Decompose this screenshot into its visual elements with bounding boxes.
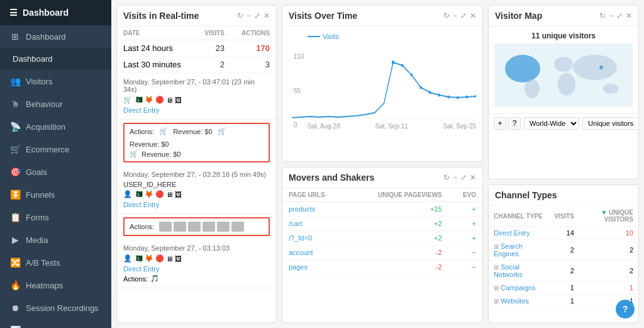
refresh-icon[interactable]: ↻ bbox=[237, 11, 243, 20]
close-icon-3[interactable]: ✕ bbox=[470, 173, 476, 182]
close-icon-2[interactable]: ✕ bbox=[470, 11, 476, 20]
sidebar-item-ecommerce[interactable]: 🛒 Ecommerce bbox=[0, 138, 111, 161]
stats-table: DATE VISITS ACTIONS Last 24 hours 23 170… bbox=[117, 26, 276, 73]
expand-icon-3[interactable]: ⤢ bbox=[460, 173, 467, 182]
channel-name[interactable]: Campaigns bbox=[501, 284, 536, 291]
x-label-3: Sat, Sep 25 bbox=[443, 123, 476, 130]
sidebar-header: ☰ Dashboard bbox=[0, 0, 111, 25]
channel-name[interactable]: Websites bbox=[501, 297, 529, 305]
firefox-icon: 🦊 bbox=[145, 96, 153, 104]
visits-cell: 1 bbox=[549, 295, 579, 308]
zoom-in-btn[interactable]: + bbox=[494, 117, 506, 130]
sidebar-item-acquisition[interactable]: 📡 Acquisition bbox=[0, 115, 111, 138]
chart-container: Visits 110 55 0 bbox=[282, 26, 482, 127]
ecommerce-icon: 🛒 bbox=[9, 144, 21, 154]
col-evo: EVO bbox=[448, 188, 482, 202]
sidebar-item-behaviour[interactable]: 🖱 Behaviour bbox=[0, 93, 111, 115]
chart-x-labels: Sat, Aug 28 Sat, Sep 11 Sat, Sep 25 bbox=[308, 121, 476, 130]
right-panel: Visitor Map ↻ − ⤢ ✕ 11 unique visitors bbox=[488, 5, 639, 323]
revenue-1: Revenue: $0 bbox=[173, 128, 212, 135]
world-dropdown[interactable]: World-Wide bbox=[524, 117, 579, 130]
sidebar-item-abtests[interactable]: 🔀 A/B Tests bbox=[0, 251, 111, 274]
table-row: account -2 − bbox=[282, 245, 482, 259]
heatmaps-icon: 🔥 bbox=[9, 280, 21, 290]
chart-dot bbox=[438, 94, 441, 97]
sidebar-item-dashboard-sub[interactable]: Dashboard bbox=[0, 48, 111, 70]
cart-icon: 🛒 bbox=[159, 127, 168, 135]
visit-source[interactable]: Direct Entry bbox=[123, 106, 270, 114]
legend-line bbox=[308, 36, 320, 37]
x-label-1: Sat, Aug 28 bbox=[308, 123, 340, 130]
minimize-icon[interactable]: − bbox=[247, 11, 251, 20]
page-url[interactable]: account bbox=[289, 249, 313, 256]
chart-legend: Visits bbox=[308, 33, 476, 40]
col-unique-pageviews: UNIQUE PAGEVIEWS bbox=[347, 188, 448, 202]
visits-over-time-title: Visits Over Time bbox=[289, 11, 357, 21]
sidebar-item-session-recordings[interactable]: ⏺ Session Recordings bbox=[0, 297, 111, 319]
refresh-icon-4[interactable]: ↻ bbox=[599, 11, 606, 20]
sidebar-item-media[interactable]: ▶ Media bbox=[0, 229, 111, 251]
menu-icon[interactable]: ☰ bbox=[9, 8, 18, 18]
visit-user: USER_ID_HERE bbox=[123, 181, 270, 188]
visit-icons: 🛒 🇵🇰 🦊 🔴 🖥 🖼 bbox=[123, 96, 270, 104]
sidebar-item-label: Session Recordings bbox=[26, 303, 99, 313]
evo-cell: + bbox=[448, 230, 482, 245]
sidebar-item-forms[interactable]: 📋 Forms bbox=[0, 206, 111, 229]
refresh-icon-3[interactable]: ↻ bbox=[443, 173, 450, 182]
expand-btn[interactable]: ⊞ bbox=[494, 243, 499, 250]
visit-source-3[interactable]: Direct Entry bbox=[123, 265, 270, 273]
y-label-0: 0 bbox=[294, 122, 304, 128]
unique-cell: 2 bbox=[579, 261, 638, 281]
minimize-icon-3[interactable]: − bbox=[453, 173, 457, 182]
sidebar-item-dashboard[interactable]: ⊞ Dashboard bbox=[0, 25, 111, 48]
visit-row-3: Monday, September 27, - 03:13:03 👤 🇵🇰 🦊 … bbox=[117, 239, 276, 288]
minimize-icon-2[interactable]: − bbox=[453, 11, 457, 20]
close-icon[interactable]: ✕ bbox=[264, 11, 270, 20]
visits-cell: 14 bbox=[549, 227, 579, 240]
page-url[interactable]: pages bbox=[289, 263, 308, 271]
help-button[interactable]: ? bbox=[616, 300, 635, 319]
user-icon: 👤 bbox=[123, 190, 132, 198]
zoom-out-btn[interactable]: ? bbox=[508, 117, 521, 130]
sidebar-item-visitors[interactable]: 👥 Visitors bbox=[0, 70, 111, 93]
table-row: ⊞Search Engines 2 2 bbox=[489, 240, 638, 261]
session-recordings-icon: ⏺ bbox=[9, 303, 21, 313]
unique-cell: 10 bbox=[579, 227, 638, 240]
chart-dot bbox=[466, 96, 469, 99]
firefox-icon: 🦊 bbox=[145, 190, 153, 198]
expand-btn[interactable]: ⊞ bbox=[494, 298, 499, 305]
page-url[interactable]: /cart bbox=[289, 220, 302, 227]
folder-icons bbox=[159, 222, 244, 232]
sidebar-item-heatmaps[interactable]: 🔥 Heatmaps bbox=[0, 274, 111, 297]
folder-4 bbox=[203, 222, 215, 232]
sidebar-item-goals[interactable]: 🎯 Goals bbox=[0, 161, 111, 183]
visit-source-2[interactable]: Direct Entry bbox=[123, 201, 270, 208]
page-url[interactable]: /?_fd=0 bbox=[289, 234, 312, 242]
minimize-icon-4[interactable]: − bbox=[609, 11, 613, 20]
expand-icon-2[interactable]: ⤢ bbox=[460, 11, 467, 20]
cart-icon: 🛒 bbox=[123, 96, 132, 104]
expand-icon-4[interactable]: ⤢ bbox=[616, 11, 623, 20]
expand-btn[interactable]: ⊞ bbox=[494, 285, 499, 291]
date-cell: Last 30 minutes bbox=[117, 57, 195, 73]
channel-name[interactable]: Direct Entry bbox=[494, 229, 530, 237]
col-channel-type: CHANNEL TYPE bbox=[489, 206, 549, 227]
desktop-icon: 🖥 bbox=[166, 191, 173, 198]
cart-icon3: 🛒 bbox=[130, 150, 138, 158]
goals-icon: 🎯 bbox=[9, 167, 21, 177]
channel-types-panel: Channel Types CHANNEL TYPE VISITS ▼ UNIQ… bbox=[488, 184, 639, 323]
metric-dropdown[interactable]: Unique visitors bbox=[582, 117, 639, 130]
refresh-icon-2[interactable]: ↻ bbox=[443, 11, 450, 20]
chart-dot bbox=[419, 86, 422, 89]
sidebar-item-funnels[interactable]: ⏬ Funnels bbox=[0, 183, 111, 206]
unique-visitors-label: 11 unique visitors bbox=[494, 31, 633, 40]
expand-icon[interactable]: ⤢ bbox=[254, 11, 260, 20]
sidebar-item-label: Media bbox=[26, 235, 48, 245]
movers-shakers-panel: Movers and Shakers ↻ − ⤢ ✕ PAGE URLS UNI… bbox=[282, 167, 483, 324]
close-icon-4[interactable]: ✕ bbox=[626, 11, 632, 20]
actions-cell: 170 bbox=[231, 40, 276, 57]
expand-btn[interactable]: ⊞ bbox=[494, 264, 499, 271]
page-url[interactable]: products bbox=[289, 205, 315, 213]
sidebar-item-custom-reports[interactable]: 📊 Custom Reports bbox=[0, 319, 111, 328]
folder-3 bbox=[188, 222, 201, 232]
